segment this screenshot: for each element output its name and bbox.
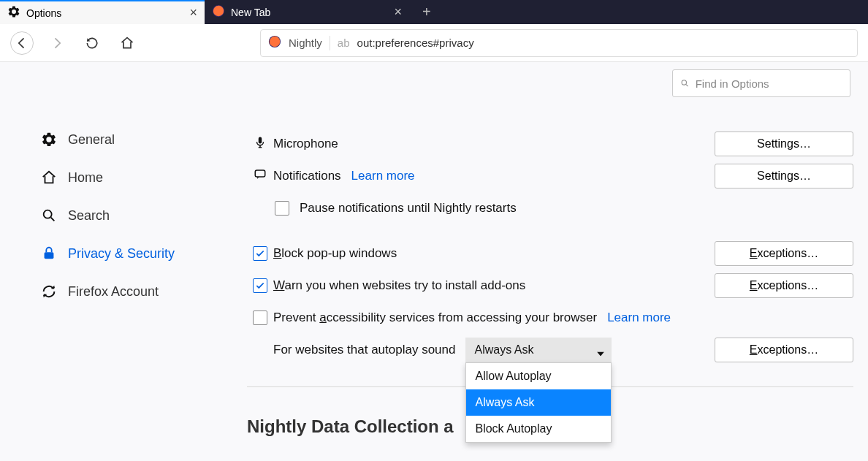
block-popups-exceptions-button[interactable]: Exceptions… [715, 241, 853, 266]
url-text: out:preferences#privacy [357, 37, 474, 49]
autoplay-exceptions-button[interactable]: Exceptions… [715, 338, 853, 362]
warn-addons-label: Warn you when websites try to install ad… [273, 278, 525, 293]
chevron-down-icon [597, 346, 604, 359]
sidebar-item-account[interactable]: Firefox Account [40, 273, 218, 310]
url-bar[interactable]: Nightly about:preferences#privacy [260, 29, 858, 57]
autoplay-options: Allow Autoplay Always Ask Block Autoplay [465, 362, 612, 443]
option-always-ask[interactable]: Always Ask [466, 389, 611, 416]
notifications-icon [253, 168, 267, 185]
notifications-label: Notifications [273, 169, 341, 183]
tab-bar: Options × New Tab × + [0, 0, 868, 24]
pause-notifications-checkbox[interactable] [275, 201, 289, 216]
close-icon[interactable]: × [394, 4, 402, 20]
sidebar-label: Search [68, 208, 110, 224]
back-button[interactable] [10, 31, 34, 55]
a11y-learn-more-link[interactable]: Learn more [607, 310, 671, 325]
home-icon [40, 169, 58, 186]
microphone-label: Microphone [273, 137, 338, 151]
svg-rect-5 [259, 137, 262, 143]
svg-rect-3 [45, 252, 54, 259]
warn-addons-checkbox[interactable] [253, 278, 267, 293]
forward-button[interactable] [45, 31, 69, 55]
sidebar-item-search[interactable]: Search [40, 197, 218, 235]
pause-notifications-label: Pause notifications until Nightly restar… [300, 201, 517, 216]
content-area: General Home Search Privacy & Security F… [0, 62, 868, 461]
sidebar-label: General [68, 132, 115, 148]
firefox-icon [212, 4, 225, 20]
sidebar-label: Home [68, 170, 103, 186]
option-allow-autoplay[interactable]: Allow Autoplay [466, 363, 611, 389]
svg-point-2 [44, 210, 52, 218]
sidebar-item-home[interactable]: Home [40, 159, 218, 197]
autoplay-select[interactable]: Always Ask Allow Autoplay Always Ask Blo… [465, 338, 612, 362]
tab-newtab[interactable]: New Tab × [205, 0, 409, 24]
sync-icon [40, 283, 58, 300]
notifications-learn-more-link[interactable]: Learn more [351, 169, 415, 183]
lock-icon [40, 245, 58, 262]
new-tab-button[interactable]: + [418, 4, 435, 20]
option-block-autoplay[interactable]: Block Autoplay [466, 416, 611, 442]
microphone-settings-button[interactable]: Settings… [715, 132, 853, 156]
url-dim-part: ab [338, 37, 350, 49]
close-icon[interactable]: × [189, 5, 197, 20]
sidebar-item-privacy[interactable]: Privacy & Security [40, 235, 218, 273]
preferences-main: Microphone Settings… Notifications Learn… [232, 62, 868, 461]
tab-label: Options [26, 7, 61, 19]
gear-icon [40, 131, 58, 148]
reload-button[interactable] [80, 31, 104, 55]
sidebar-label: Firefox Account [68, 284, 159, 300]
home-button[interactable] [115, 31, 139, 55]
svg-point-4 [682, 80, 686, 85]
tab-strip-rest: + [409, 0, 868, 24]
firefox-icon [268, 35, 281, 50]
prevent-a11y-label: Prevent accessibility services from acce… [273, 310, 597, 325]
search-icon [40, 207, 58, 224]
autoplay-select-value: Always Ask [474, 343, 533, 357]
sidebar-label: Privacy & Security [68, 246, 175, 262]
svg-rect-6 [255, 170, 265, 177]
tab-options[interactable]: Options × [0, 0, 205, 24]
preferences-sidebar: General Home Search Privacy & Security F… [0, 62, 232, 461]
find-input[interactable] [696, 77, 842, 90]
nav-toolbar: Nightly about:preferences#privacy [0, 24, 868, 62]
sidebar-item-general[interactable]: General [40, 121, 218, 159]
find-in-options[interactable] [672, 69, 850, 97]
prevent-a11y-checkbox[interactable] [253, 310, 267, 325]
warn-addons-exceptions-button[interactable]: Exceptions… [715, 273, 853, 298]
block-popups-label: Block pop-up windows [273, 246, 397, 261]
search-icon [680, 78, 690, 88]
identity-label: Nightly [289, 37, 322, 49]
notifications-settings-button[interactable]: Settings… [715, 164, 853, 188]
gear-icon [7, 5, 20, 20]
autoplay-label: For websites that autoplay sound [273, 343, 455, 357]
block-popups-checkbox[interactable] [253, 246, 267, 261]
tab-label: New Tab [231, 7, 270, 18]
separator [330, 36, 330, 50]
microphone-icon [254, 136, 267, 153]
